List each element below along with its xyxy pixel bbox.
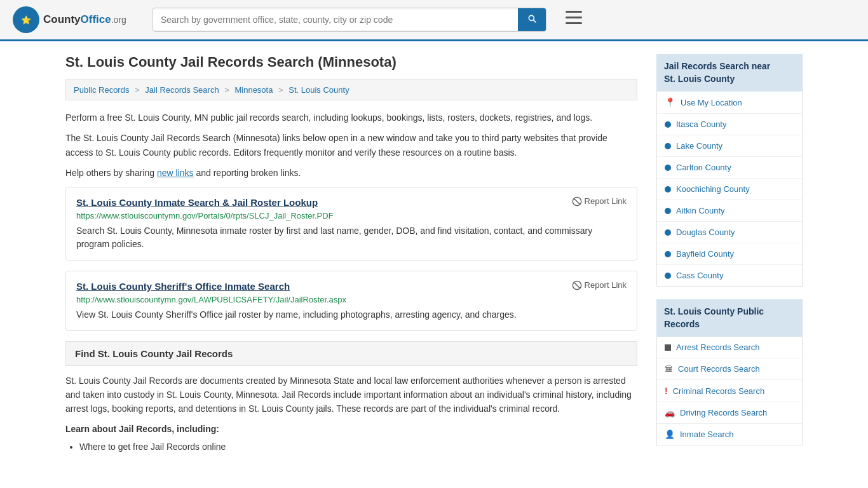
dot-icon-carlton [665, 165, 671, 171]
svg-rect-3 [566, 17, 582, 18]
public-records-title: St. Louis County Public Records [656, 299, 803, 337]
exclaim-icon-criminal: ! [665, 386, 668, 396]
sidebar-bayfield[interactable]: Bayfield County [657, 243, 802, 265]
svg-line-8 [574, 282, 580, 288]
body-text-main: St. Louis County Jail Records are docume… [65, 374, 637, 416]
result-url-1: https://www.stlouiscountymn.gov/Portals/… [76, 211, 627, 220]
bullet-item-1: Where to get free Jail Records online [79, 439, 637, 455]
car-icon-driving: 🚗 [665, 408, 675, 417]
learn-heading: Learn about Jail Records, including: [65, 424, 637, 434]
report-link-2[interactable]: Report Link [572, 280, 627, 290]
dot-icon-cass [665, 273, 671, 279]
sidebar-itasca[interactable]: Itasca County [657, 114, 802, 135]
search-bar [153, 8, 546, 32]
person-icon-inmate: 👤 [665, 430, 675, 439]
dot-icon-koochiching [665, 186, 671, 193]
logo-area: ⭐ CountyOffice.org [13, 6, 140, 33]
result-desc-1: Search St. Louis County, Minnesota inmat… [76, 224, 627, 251]
public-records-section: St. Louis County Public Records Arrest R… [656, 299, 803, 445]
result-url-2: http://www.stlouiscountymn.gov/LAWPUBLIC… [76, 295, 627, 304]
result-link-2[interactable]: St. Louis County Sheriff's Office Inmate… [76, 281, 290, 292]
search-button[interactable] [518, 8, 546, 31]
sidebar-arrest-records[interactable]: Arrest Records Search [657, 337, 802, 358]
breadcrumb-sep1: > [135, 85, 140, 95]
result-link-1[interactable]: St. Louis County Inmate Search & Jail Ro… [76, 197, 318, 208]
dot-icon-lake [665, 143, 671, 149]
breadcrumb-public-records[interactable]: Public Records [74, 85, 129, 95]
description-2: The St. Louis County Jail Records Search… [65, 131, 637, 159]
location-pin-icon: 📍 [665, 97, 675, 107]
page-title: St. Louis County Jail Records Search (Mi… [65, 54, 637, 71]
breadcrumb-jail-records[interactable]: Jail Records Search [145, 85, 219, 95]
menu-icon[interactable] [566, 11, 582, 29]
report-link-1[interactable]: Report Link [572, 196, 627, 207]
dot-icon-douglas [665, 229, 671, 236]
sidebar-use-my-location[interactable]: 📍 Use My Location [657, 92, 802, 114]
nearby-links: 📍 Use My Location Itasca County Lake Cou… [656, 92, 803, 287]
public-records-links: Arrest Records Search 🏛 Court Records Se… [656, 337, 803, 445]
nearby-title: Jail Records Search nearSt. Louis County [656, 54, 803, 92]
result-title-1: St. Louis County Inmate Search & Jail Ro… [76, 196, 318, 208]
dot-icon-aitkin [665, 208, 671, 214]
logo-icon: ⭐ [13, 6, 39, 33]
site-header: ⭐ CountyOffice.org [0, 0, 868, 41]
square-icon-arrest [665, 344, 671, 351]
breadcrumb-st-louis[interactable]: St. Louis County [288, 85, 349, 95]
card-header-2: St. Louis County Sheriff's Office Inmate… [76, 280, 627, 292]
result-desc-2: View St. Louis County Sheriff's Office j… [76, 308, 627, 322]
sidebar-lake[interactable]: Lake County [657, 135, 802, 157]
content-area: St. Louis County Jail Records Search (Mi… [65, 54, 637, 458]
svg-rect-2 [566, 11, 582, 13]
result-card-1: St. Louis County Inmate Search & Jail Ro… [65, 187, 637, 261]
sidebar-cass[interactable]: Cass County [657, 265, 802, 286]
svg-line-6 [574, 198, 580, 204]
nearby-section: Jail Records Search nearSt. Louis County… [656, 54, 803, 287]
new-links-link[interactable]: new links [157, 168, 194, 178]
dot-icon-itasca [665, 121, 671, 128]
sidebar-aitkin[interactable]: Aitkin County [657, 200, 802, 222]
main-container: St. Louis County Jail Records Search (Mi… [53, 41, 815, 471]
sidebar-carlton[interactable]: Carlton County [657, 157, 802, 179]
sidebar-criminal-records[interactable]: ! Criminal Records Search [657, 380, 802, 402]
description-1: Perform a free St. Louis County, MN publ… [65, 111, 637, 125]
svg-text:⭐: ⭐ [21, 15, 32, 25]
find-records-heading: Find St. Louis County Jail Records [65, 341, 637, 366]
description-3: Help others by sharing new links and rep… [65, 166, 637, 180]
svg-rect-4 [566, 22, 582, 24]
sidebar-inmate-search[interactable]: 👤 Inmate Search [657, 424, 802, 445]
breadcrumb-minnesota[interactable]: Minnesota [234, 85, 273, 95]
sidebar-koochiching[interactable]: Koochiching County [657, 179, 802, 200]
breadcrumb: Public Records > Jail Records Search > M… [65, 79, 637, 100]
sidebar-douglas[interactable]: Douglas County [657, 222, 802, 243]
breadcrumb-sep2: > [224, 85, 229, 95]
sidebar-driving-records[interactable]: 🚗 Driving Records Search [657, 402, 802, 424]
card-header-1: St. Louis County Inmate Search & Jail Ro… [76, 196, 627, 208]
sidebar: Jail Records Search nearSt. Louis County… [656, 54, 803, 458]
result-title-2: St. Louis County Sheriff's Office Inmate… [76, 280, 290, 292]
breadcrumb-sep3: > [278, 85, 283, 95]
search-input[interactable] [153, 10, 518, 30]
result-card-2: St. Louis County Sheriff's Office Inmate… [65, 271, 637, 331]
logo-text: CountyOffice.org [43, 13, 126, 26]
dot-icon-bayfield [665, 251, 671, 257]
bullet-list: Where to get free Jail Records online [65, 439, 637, 455]
pillar-icon-court: 🏛 [665, 364, 673, 374]
sidebar-court-records[interactable]: 🏛 Court Records Search [657, 358, 802, 380]
